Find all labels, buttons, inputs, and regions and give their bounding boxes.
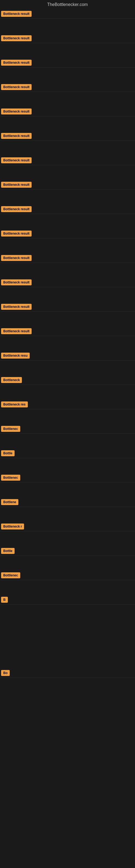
bottleneck-item: Bottleneck result xyxy=(0,58,135,67)
item-gap xyxy=(0,458,135,473)
site-title: TheBottlenecker.com xyxy=(47,2,88,7)
bottleneck-item: Bottle xyxy=(0,448,135,458)
item-gap xyxy=(0,361,135,375)
bottleneck-badge[interactable]: Bottleneck result xyxy=(1,35,32,41)
item-gap xyxy=(0,507,135,522)
item-gap xyxy=(0,483,135,497)
bottleneck-badge[interactable]: Bottlenec xyxy=(1,426,20,432)
section-gap-1 xyxy=(0,620,135,669)
bottleneck-badge[interactable]: Bottlene xyxy=(1,499,18,505)
item-gap xyxy=(0,67,135,83)
item-gap xyxy=(0,604,135,620)
bottleneck-item: Bottleneck result xyxy=(0,180,135,190)
bottleneck-item: Bottlene xyxy=(0,497,135,507)
bottleneck-item: Bottleneck result xyxy=(0,253,135,263)
item-gap xyxy=(0,531,135,546)
bottleneck-badge[interactable]: Bottleneck result xyxy=(1,157,32,163)
bottleneck-badge[interactable]: Bottleneck resu xyxy=(1,352,30,359)
bottleneck-badge[interactable]: Bottle xyxy=(1,548,14,554)
bottleneck-item: Bottleneck result xyxy=(0,83,135,92)
header: TheBottlenecker.com xyxy=(0,0,135,9)
bottleneck-item: Bottleneck resu xyxy=(0,351,135,361)
bottleneck-item: Bottleneck r xyxy=(0,522,135,531)
bottleneck-badge[interactable]: Bottleneck result xyxy=(1,60,32,66)
bottleneck-item: Bottlenec xyxy=(0,473,135,483)
item-gap xyxy=(0,19,135,34)
bottleneck-item: Bottlenec xyxy=(0,571,135,580)
bottleneck-item: Bottleneck xyxy=(0,375,135,385)
bottleneck-badge[interactable]: Bottleneck result xyxy=(1,182,32,188)
item-gap xyxy=(0,116,135,131)
bottleneck-item-final: Bo xyxy=(0,669,135,678)
bottleneck-badge[interactable]: Bottleneck result xyxy=(1,279,32,285)
bottleneck-item: Bottleneck result xyxy=(0,131,135,141)
item-gap xyxy=(0,263,135,278)
bottleneck-badge[interactable]: Bottleneck result xyxy=(1,84,32,90)
item-gap xyxy=(0,312,135,327)
bottleneck-item: Bottleneck result xyxy=(0,34,135,43)
bottleneck-badge[interactable]: Bottleneck result xyxy=(1,255,32,261)
bottleneck-item: Bottleneck result xyxy=(0,205,135,214)
bottleneck-badge[interactable]: B xyxy=(1,597,8,603)
item-gap xyxy=(0,287,135,302)
item-gap xyxy=(0,336,135,351)
item-gap xyxy=(0,385,135,400)
bottleneck-badge[interactable]: Bottleneck result xyxy=(1,328,32,334)
bottleneck-badge[interactable]: Bottleneck result xyxy=(1,11,32,17)
bottleneck-item: Bottleneck result xyxy=(0,302,135,312)
item-gap xyxy=(0,141,135,156)
item-gap xyxy=(0,165,135,180)
item-gap xyxy=(0,580,135,595)
bottleneck-item: Bottleneck result xyxy=(0,229,135,239)
bottleneck-item: Bottleneck res xyxy=(0,400,135,409)
bottleneck-badge[interactable]: Bottle xyxy=(1,450,14,456)
bottleneck-item: B xyxy=(0,595,135,604)
bottleneck-item: Bottle xyxy=(0,546,135,556)
bottleneck-badge-final[interactable]: Bo xyxy=(1,670,10,676)
bottleneck-badge[interactable]: Bottleneck result xyxy=(1,108,32,115)
bottleneck-badge[interactable]: Bottleneck r xyxy=(1,524,24,529)
bottleneck-badge[interactable]: Bottlenec xyxy=(1,572,20,578)
item-gap xyxy=(0,92,135,107)
bottleneck-badge[interactable]: Bottleneck res xyxy=(1,401,28,407)
item-gap xyxy=(0,43,135,58)
item-gap xyxy=(0,239,135,253)
item-gap xyxy=(0,409,135,424)
bottleneck-badge[interactable]: Bottleneck result xyxy=(1,206,32,212)
bottleneck-item: Bottleneck result xyxy=(0,107,135,116)
bottleneck-badge[interactable]: Bottleneck result xyxy=(1,133,32,139)
bottleneck-list: Bottleneck resultBottleneck resultBottle… xyxy=(0,9,135,786)
bottleneck-item: Bottleneck result xyxy=(0,278,135,287)
item-gap xyxy=(0,214,135,229)
item-gap xyxy=(0,556,135,571)
bottleneck-item: Bottleneck result xyxy=(0,156,135,165)
section-gap-2 xyxy=(0,678,135,786)
bottleneck-item: Bottlenec xyxy=(0,424,135,434)
item-gap xyxy=(0,190,135,205)
bottleneck-badge[interactable]: Bottleneck result xyxy=(1,304,32,310)
item-gap xyxy=(0,434,135,448)
bottleneck-badge[interactable]: Bottleneck result xyxy=(1,230,32,237)
bottleneck-badge[interactable]: Bottleneck xyxy=(1,377,22,383)
bottleneck-item: Bottleneck result xyxy=(0,327,135,336)
bottleneck-item: Bottleneck result xyxy=(0,9,135,19)
bottleneck-badge[interactable]: Bottlenec xyxy=(1,475,20,480)
